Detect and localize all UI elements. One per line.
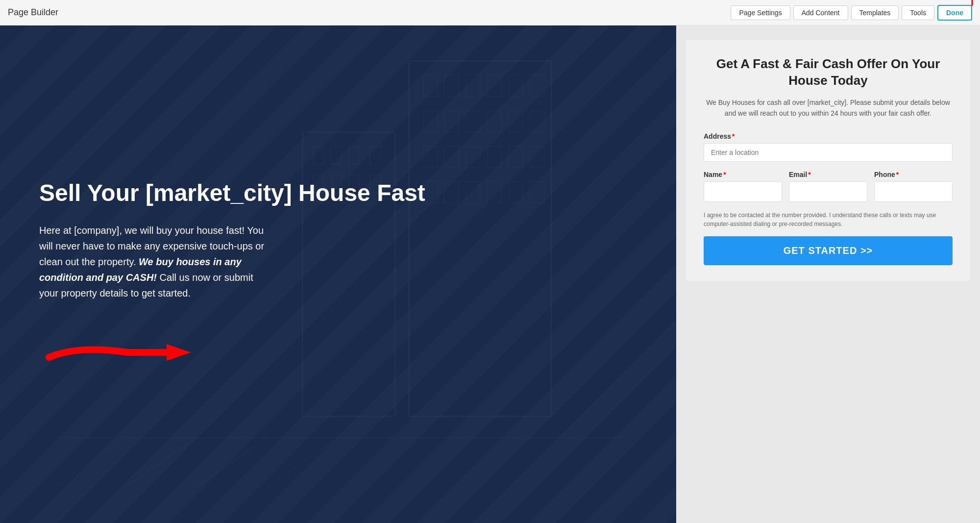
phone-input[interactable]	[874, 181, 953, 202]
svg-rect-5	[466, 75, 480, 97]
email-input[interactable]	[789, 181, 867, 202]
consent-text: I agree to be contacted at the number pr…	[704, 211, 953, 228]
main-content: Sell Your [market_city] House Fast Here …	[0, 25, 980, 523]
phone-group: Phone*	[874, 171, 953, 202]
svg-rect-17	[466, 147, 480, 168]
svg-rect-29	[331, 147, 342, 164]
form-heading: Get A Fast & Fair Cash Offer On Your Hou…	[704, 56, 953, 89]
tools-button[interactable]: Tools	[902, 5, 934, 20]
topbar: Page Builder Page Settings Add Content T…	[0, 0, 980, 25]
page-title: Page Builder	[8, 7, 58, 18]
name-input[interactable]	[704, 181, 782, 202]
svg-rect-30	[349, 147, 360, 164]
svg-rect-6	[488, 75, 502, 97]
svg-line-38	[125, 438, 196, 488]
svg-marker-41	[167, 344, 191, 361]
email-label: Email*	[789, 171, 867, 178]
templates-button[interactable]: Templates	[851, 5, 899, 20]
svg-rect-7	[509, 75, 523, 97]
svg-line-39	[196, 438, 267, 488]
svg-rect-10	[445, 111, 459, 132]
svg-rect-13	[509, 111, 523, 132]
right-panel: Get A Fast & Fair Cash Offer On Your Hou…	[676, 25, 980, 523]
hero-heading: Sell Your [market_city] House Fast	[39, 179, 652, 207]
submit-button[interactable]: GET STARTED >>	[704, 236, 953, 265]
hero-body: Here at [company], we will buy your hous…	[39, 223, 274, 301]
form-card: Get A Fast & Fair Cash Offer On Your Hou…	[686, 40, 970, 281]
svg-rect-14	[530, 111, 544, 132]
red-arrow-icon	[39, 330, 196, 370]
address-label: Address*	[704, 132, 953, 140]
address-group: Address*	[704, 132, 953, 162]
svg-rect-12	[488, 111, 502, 132]
name-email-phone-row: Name* Email* Phone*	[704, 171, 953, 202]
address-input[interactable]	[704, 143, 953, 162]
phone-required-star: *	[896, 171, 899, 178]
svg-line-40	[267, 438, 338, 488]
name-group: Name*	[704, 171, 782, 202]
svg-rect-28	[313, 147, 324, 164]
left-panel: Sell Your [market_city] House Fast Here …	[0, 25, 676, 523]
svg-line-37	[54, 438, 125, 488]
svg-rect-8	[530, 75, 544, 97]
form-subtitle: We Buy Houses for cash all over [market_…	[704, 97, 953, 119]
svg-rect-9	[423, 111, 438, 132]
svg-rect-15	[423, 147, 438, 168]
svg-rect-18	[488, 147, 502, 168]
topbar-actions: Page Settings Add Content Templates Tool…	[731, 5, 972, 21]
svg-rect-4	[445, 75, 459, 97]
svg-rect-3	[423, 75, 438, 97]
address-required-star: *	[732, 132, 735, 140]
svg-rect-11	[466, 111, 480, 132]
name-label: Name*	[704, 171, 782, 178]
done-arrow-icon	[967, 0, 977, 8]
email-group: Email*	[789, 171, 867, 202]
add-content-button[interactable]: Add Content	[793, 5, 848, 20]
page-settings-button[interactable]: Page Settings	[731, 5, 790, 20]
phone-label: Phone*	[874, 171, 953, 178]
svg-rect-19	[509, 147, 523, 168]
email-required-star: *	[808, 171, 810, 178]
name-required-star: *	[723, 171, 726, 178]
svg-rect-16	[445, 147, 459, 168]
red-arrow-container	[39, 330, 652, 370]
svg-rect-31	[370, 147, 381, 164]
svg-rect-20	[530, 147, 544, 168]
